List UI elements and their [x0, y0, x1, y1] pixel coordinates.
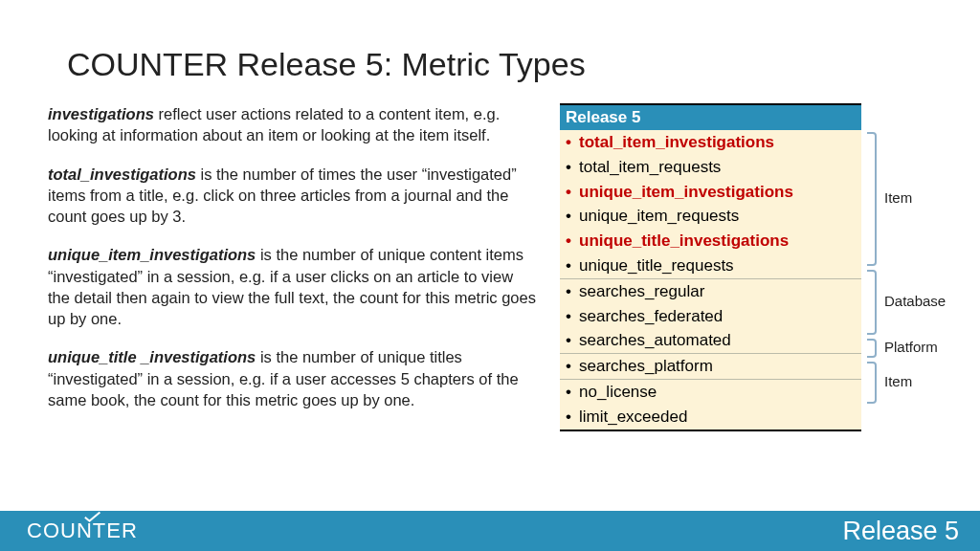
- group-label: Database: [884, 293, 946, 309]
- paragraph: investigations reflect user actions rela…: [48, 103, 536, 146]
- table-row: searches_federated: [560, 304, 861, 329]
- checkmark-icon: [84, 515, 100, 526]
- paragraph: unique_title _investigations is the numb…: [48, 346, 536, 410]
- group-label: Item: [884, 189, 912, 206]
- term: total_investigations: [48, 165, 196, 183]
- table-row: limit_exceeded: [560, 405, 861, 430]
- counter-logo: COUNTER: [27, 518, 138, 543]
- table-row: unique_item_investigations: [560, 180, 861, 205]
- group-label: Platform: [884, 339, 938, 355]
- table-row: total_item_investigations: [560, 130, 861, 155]
- table-body: total_item_investigationstotal_item_requ…: [560, 130, 861, 431]
- table-row: unique_title_investigations: [560, 229, 861, 253]
- metrics-table: Release 5 total_item_investigationstotal…: [560, 103, 861, 431]
- table-row: searches_platform: [560, 353, 861, 379]
- footer-bar: COUNTER Release 5: [0, 511, 980, 551]
- group-label: Item: [884, 373, 912, 389]
- group-bracket: [867, 362, 877, 404]
- table-row: no_license: [560, 379, 861, 405]
- group-bracket: [867, 339, 877, 358]
- term: unique_item_investigations: [48, 246, 256, 263]
- table-row: unique_title_requests: [560, 253, 861, 278]
- page-title: COUNTER Release 5: Metric Types: [67, 46, 586, 83]
- footer-release-text: Release 5: [842, 517, 959, 546]
- logo-text: COUNTER: [27, 518, 138, 542]
- table-header: Release 5: [560, 103, 861, 130]
- term: unique_title _investigations: [48, 348, 256, 365]
- table-row: total_item_requests: [560, 155, 861, 180]
- paragraph: unique_item_investigations is the number…: [48, 244, 536, 329]
- paragraph: total_investigations is the number of ti…: [48, 164, 536, 228]
- table-row: searches_automated: [560, 328, 861, 353]
- group-bracket: [867, 270, 877, 335]
- table-row: unique_item_requests: [560, 204, 861, 229]
- body-text: investigations reflect user actions rela…: [48, 103, 536, 428]
- term: investigations: [48, 105, 154, 122]
- table-row: searches_regular: [560, 278, 861, 304]
- slide: COUNTER Release 5: Metric Types investig…: [0, 0, 980, 551]
- group-bracket: [867, 132, 877, 266]
